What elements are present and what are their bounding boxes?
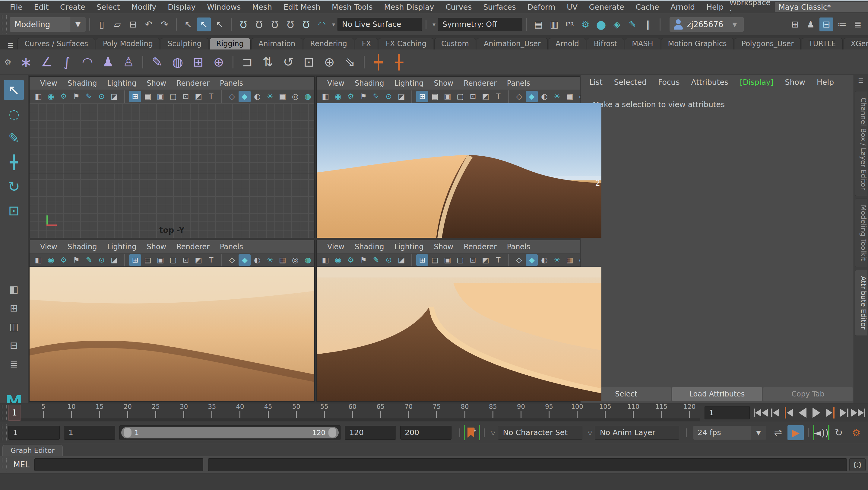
image-plane-icon[interactable]: ✎ [370,91,382,102]
menu-mesh[interactable]: Mesh [246,3,278,11]
image-plane-icon[interactable]: ✎ [83,91,95,102]
ae-menu-list[interactable]: List [584,78,608,87]
move-tool[interactable]: ╋ [4,152,24,172]
range-separator[interactable] [459,428,460,437]
2d-pan-zoom-icon[interactable]: ⊙ [383,254,395,266]
camera-attributes-icon[interactable]: ⚙ [58,254,70,266]
timeline-tick-120[interactable]: 120 [689,411,690,418]
script-editor-button[interactable]: {;} [849,458,866,471]
wireframe-icon[interactable]: ◇ [226,254,238,266]
layout-three-pane-icon[interactable]: ⊟ [6,339,22,353]
time-slider-grip[interactable] [2,405,7,420]
viewport-menu-show[interactable]: Show [142,79,171,88]
2d-pan-zoom-icon[interactable]: ⊙ [96,254,108,266]
safe-title-icon[interactable]: T [205,91,217,102]
occlusion-icon[interactable]: ◎ [289,91,301,102]
shadows-icon[interactable]: ▦ [277,91,289,102]
create-bookmark-button[interactable]: + [464,425,480,440]
bind-skin-icon[interactable]: ♟ [99,53,117,72]
timeline-tick-25[interactable]: 25 [155,411,156,418]
wireframe-icon[interactable]: ◇ [226,91,238,102]
mel-input[interactable] [34,458,203,471]
motion-blur-icon[interactable]: ◍ [302,91,314,102]
open-scene-icon[interactable]: ▱ [111,18,124,31]
bookmark-view-icon[interactable]: ⚑ [70,91,82,102]
camera-attributes-icon[interactable]: ⚙ [58,91,70,102]
shaded-icon[interactable]: ◆ [239,254,251,266]
user-account-chip[interactable]: zj265676 ▼ [670,17,744,32]
render-settings-icon[interactable]: ⚙ [579,18,592,31]
timeline-tick-85[interactable]: 85 [493,411,493,418]
tab-attribute-editor[interactable]: Attribute Editor [855,270,867,336]
timeline-tick-20[interactable]: 20 [127,411,128,418]
timeline-tick-30[interactable]: 30 [183,411,184,418]
ae-menu-focus[interactable]: Focus [652,78,685,87]
tab-modeling-toolkit[interactable]: Modeling Toolkit [855,198,867,267]
rotate-tool[interactable]: ↻ [4,177,24,196]
menu-help[interactable]: Help [701,3,729,11]
safe-title-icon[interactable]: T [205,254,217,266]
menu-generate[interactable]: Generate [583,3,630,11]
character-set-selector[interactable]: No Character Set [498,426,582,439]
wireframe-icon[interactable]: ◇ [513,254,525,266]
lasso-select-tool[interactable]: ◌ [4,104,24,124]
bookmark-view-icon[interactable]: ⚑ [358,91,369,102]
make-live-icon[interactable]: ◠ [315,18,329,31]
viewport-menu-view[interactable]: View [35,79,62,88]
render-current-frame-icon[interactable]: ▥ [547,18,561,31]
new-scene-icon[interactable]: ▯ [95,18,108,31]
use-all-lights-icon[interactable]: ☀ [264,254,276,266]
timeline-tick-90[interactable]: 90 [521,411,522,418]
playback-end-field[interactable]: 120 [345,426,396,439]
shelf-tab-sculpting[interactable]: Sculpting [161,38,208,50]
timeline-tick-35[interactable]: 35 [211,411,212,418]
gate-mask-icon[interactable]: ▢ [167,91,179,102]
camera-attributes-icon[interactable]: ⚙ [345,254,357,266]
go-to-end-button[interactable] [851,405,865,420]
viewport-menu-renderer[interactable]: Renderer [459,243,502,251]
animation-preferences-button[interactable]: ⚙ [848,425,864,440]
save-scene-icon[interactable]: ⊟ [126,18,140,31]
viewport-side-content[interactable] [317,267,601,401]
viewport-menu-panels[interactable]: Panels [502,243,535,251]
menu-arnold[interactable]: Arnold [665,3,701,11]
safe-title-icon[interactable]: T [492,91,504,102]
use-all-lights-icon[interactable]: ☀ [551,91,563,102]
lock-camera-icon[interactable]: ◉ [332,254,344,266]
textured-icon[interactable]: ◐ [251,91,263,102]
snap-projected-center-icon[interactable]: Ω [283,18,298,31]
timeline-tick-45[interactable]: 45 [268,411,269,418]
tool-settings-toggle-icon[interactable]: ≔ [835,18,849,31]
resolution-gate-icon[interactable]: ▣ [441,91,454,102]
timeline-tick-15[interactable]: 15 [99,411,100,418]
shelf-editor-gear-icon[interactable]: ⚙ [4,58,11,67]
timeline-tick-75[interactable]: 75 [436,411,437,418]
paint-skin-weights-icon[interactable]: ✎ [148,53,166,72]
timeline-tick-5[interactable]: 5 [43,411,44,418]
viewport-menu-lighting[interactable]: Lighting [389,243,429,251]
viewport-menu-shading[interactable]: Shading [349,243,390,251]
lock-camera-icon[interactable]: ◉ [45,91,57,102]
paint-select-tool[interactable]: ✎ [4,128,24,148]
camera-attributes-icon[interactable]: ⚙ [345,91,357,102]
snap-curve-icon[interactable]: Ω [252,18,266,31]
timeline-tick-40[interactable]: 40 [240,411,240,418]
shelf-tab-mash[interactable]: MASH [625,38,660,50]
image-plane-icon[interactable]: ✎ [83,254,95,266]
select-camera-icon[interactable]: ◧ [32,254,44,266]
viewport-menu-view[interactable]: View [322,79,349,88]
set-driven-key-icon[interactable]: ┿ [369,53,388,72]
range-separator[interactable] [686,428,687,437]
play-forwards-button[interactable] [809,405,824,420]
range-start-handle[interactable] [124,428,131,437]
shaded-icon[interactable]: ◆ [526,91,538,102]
live-surface-field[interactable]: No Live Surface [338,18,422,31]
menu-mesh-tools[interactable]: Mesh Tools [326,3,378,11]
fps-selector[interactable]: 24 fps ▼ [693,426,766,439]
resolution-gate-icon[interactable]: ▣ [154,254,166,266]
paint-effects-icon[interactable]: ✎ [625,18,640,31]
status-separator[interactable] [660,18,660,31]
layout-four-pane-icon[interactable]: ⊞ [6,301,22,315]
use-all-lights-icon[interactable]: ☀ [551,254,563,266]
layout-single-pane-icon[interactable]: ◧ [6,282,22,296]
